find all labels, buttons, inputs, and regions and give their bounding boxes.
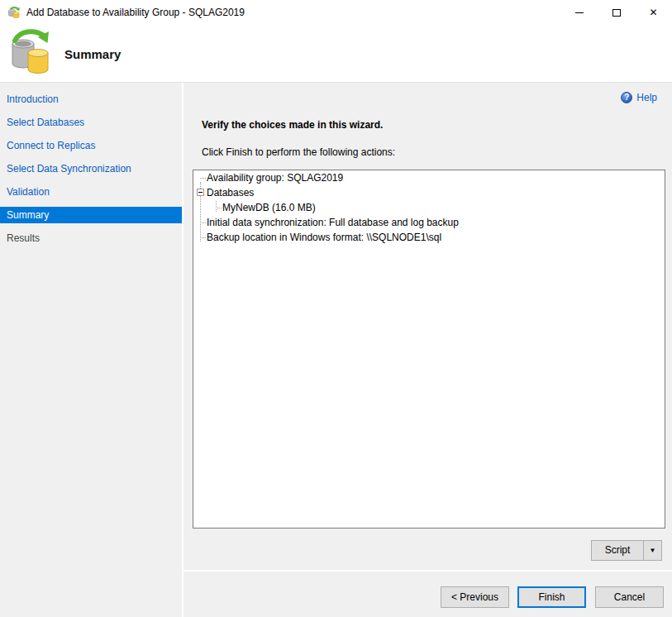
- app-icon: [7, 6, 21, 19]
- tree-item[interactable]: MyNewDB (16.0 MB): [193, 200, 665, 215]
- minimize-button[interactable]: [560, 0, 598, 25]
- tree-collapse-icon[interactable]: [197, 189, 204, 196]
- help-label: Help: [636, 92, 657, 103]
- title-bar: Add Database to Availability Group - SQL…: [0, 0, 672, 25]
- sidebar-item-introduction[interactable]: Introduction: [0, 91, 182, 108]
- sidebar-item-results: Results: [0, 230, 182, 246]
- sidebar-item-select-databases[interactable]: Select Databases: [0, 114, 182, 131]
- summary-tree: Availability group: SQLAG2019DatabasesMy…: [193, 170, 665, 528]
- wizard-steps: IntroductionSelect DatabasesConnect to R…: [0, 83, 182, 617]
- tree-item-label: Backup location in Windows format: \\SQL…: [207, 232, 441, 243]
- close-icon: ✕: [649, 7, 657, 17]
- cancel-button[interactable]: Cancel: [595, 586, 664, 608]
- maximize-icon: [612, 9, 621, 17]
- close-button[interactable]: ✕: [635, 0, 672, 25]
- maximize-button[interactable]: [598, 0, 635, 25]
- sidebar-item-validation[interactable]: Validation: [0, 184, 182, 200]
- sidebar-item-summary[interactable]: Summary: [0, 207, 182, 223]
- tree-connector: [216, 208, 222, 208]
- verify-heading: Verify the choices made in this wizard.: [202, 119, 383, 131]
- help-icon: ?: [621, 92, 632, 103]
- script-dropdown-arrow[interactable]: ▼: [644, 541, 661, 560]
- tree-connector: [200, 222, 206, 223]
- tree-item-label: Availability group: SQLAG2019: [207, 172, 343, 184]
- script-button[interactable]: Script ▼: [591, 540, 662, 561]
- wizard-header: Summary: [0, 25, 672, 83]
- tree-connector: [200, 178, 206, 179]
- finish-button[interactable]: Finish: [517, 586, 586, 608]
- tree-item[interactable]: Backup location in Windows format: \\SQL…: [193, 230, 665, 245]
- window-title: Add Database to Availability Group - SQL…: [26, 7, 245, 18]
- previous-button[interactable]: < Previous: [441, 586, 509, 608]
- help-link[interactable]: ? Help: [621, 92, 657, 103]
- availability-group-database-icon: [7, 27, 53, 77]
- tree-item-label: Databases: [207, 187, 254, 198]
- instruction-text: Click Finish to perform the following ac…: [202, 146, 395, 158]
- main-panel: ? Help Verify the choices made in this w…: [183, 83, 672, 617]
- tree-item-label: MyNewDB (16.0 MB): [222, 202, 316, 213]
- tree-item[interactable]: Availability group: SQLAG2019: [193, 170, 665, 185]
- tree-item[interactable]: Databases: [193, 185, 665, 200]
- tree-item-label: Initial data synchronization: Full datab…: [207, 217, 459, 228]
- script-button-label[interactable]: Script: [592, 541, 644, 560]
- footer-divider: [183, 570, 672, 572]
- summary-tree-box: Availability group: SQLAG2019DatabasesMy…: [193, 170, 665, 529]
- minimize-icon: [575, 12, 584, 13]
- sidebar-item-connect-to-replicas[interactable]: Connect to Replicas: [0, 137, 182, 154]
- sidebar-item-select-data-synchronization[interactable]: Select Data Synchronization: [0, 160, 182, 177]
- tree-item[interactable]: Initial data synchronization: Full datab…: [193, 215, 665, 230]
- page-title: Summary: [64, 47, 121, 61]
- tree-connector: [200, 237, 206, 238]
